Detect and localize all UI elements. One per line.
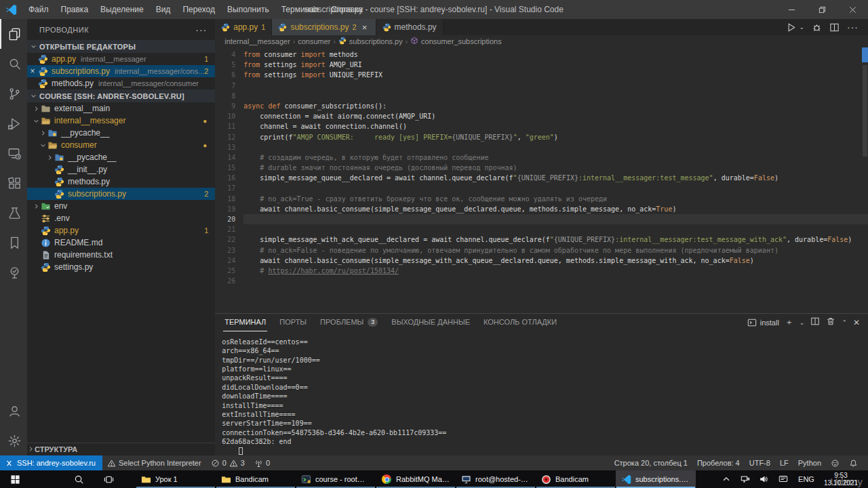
notifications-bell-icon[interactable] bbox=[844, 455, 863, 470]
feedback-icon[interactable] bbox=[826, 455, 844, 470]
tree-item-methods.py[interactable]: methods.py bbox=[27, 176, 215, 188]
terminal-selector[interactable]: install bbox=[747, 318, 779, 327]
activitybar-search[interactable] bbox=[0, 49, 27, 79]
tab-app.py[interactable]: app.py1 bbox=[215, 19, 272, 35]
activitybar-todo-tree[interactable] bbox=[0, 258, 27, 287]
tree-item-subscriptions.py[interactable]: subscriptions.py2 bbox=[27, 188, 215, 200]
panel-tab-ПРОБЛЕМЫ[interactable]: ПРОБЛЕМЫ3 bbox=[319, 314, 379, 331]
tray-message-icon[interactable] bbox=[774, 474, 793, 484]
code-line-14[interactable]: 14 # создадим очередь, в которую будет о… bbox=[215, 152, 868, 163]
panel-tab-ВЫХОДНЫЕ ДАННЫЕ[interactable]: ВЫХОДНЫЕ ДАННЫЕ bbox=[390, 314, 471, 331]
open-editor-item[interactable]: ×subscriptions.pyinternal__messager/cons… bbox=[27, 65, 215, 77]
code-line-22[interactable]: 22 simple_message_with_ack_queue__declar… bbox=[215, 235, 868, 245]
run-python-file-icon[interactable] bbox=[786, 22, 796, 33]
close-editor-icon[interactable]: × bbox=[27, 66, 38, 76]
code-line-9[interactable]: 9async def consumer_subscriptions(): bbox=[215, 101, 868, 111]
activitybar-settings[interactable] bbox=[0, 426, 27, 455]
tray-volume-icon[interactable] bbox=[755, 474, 774, 484]
code-line-5[interactable]: 5from settings import AMQP_URI bbox=[215, 60, 868, 70]
ports-status[interactable]: 0 bbox=[250, 455, 275, 470]
taskbar-app-Bandicam[interactable]: Bandicam bbox=[216, 470, 296, 488]
menu-Выполнить[interactable]: Выполнить bbox=[221, 0, 275, 19]
code-line-16[interactable]: 16 simple_message_queue__declared = awai… bbox=[215, 173, 868, 183]
workspace-header[interactable]: COURSE [SSH: ANDREY-SOBOLEV.RU] bbox=[27, 89, 215, 102]
cursor-position[interactable]: Строка 20, столбец 1 bbox=[610, 455, 692, 470]
code-line-11[interactable]: 11 channel = await connection.channel() bbox=[215, 121, 868, 131]
code-line-20[interactable]: 20 bbox=[215, 214, 868, 224]
menu-Правка[interactable]: Правка bbox=[55, 0, 95, 19]
activitybar-extensions[interactable] bbox=[0, 168, 27, 198]
terminal-output[interactable]: osReleaseId==centos==arch==x86_64==tmpDi… bbox=[215, 331, 868, 455]
panel-tab-ТЕРМИНАЛ[interactable]: ТЕРМИНАЛ bbox=[223, 314, 267, 331]
activitybar-account[interactable] bbox=[0, 396, 27, 426]
close-tab-icon[interactable]: × bbox=[360, 22, 370, 33]
maximize-button[interactable] bbox=[807, 0, 837, 19]
code-line-19[interactable]: 19 await channel.basic_consume(simple_me… bbox=[215, 204, 868, 214]
menu-Вид[interactable]: Вид bbox=[150, 0, 177, 19]
indentation-status[interactable]: Пробелов: 4 bbox=[692, 455, 745, 470]
taskbar-search-icon[interactable] bbox=[64, 470, 94, 488]
tree-item-README.md[interactable]: README.md bbox=[27, 237, 215, 249]
remote-indicator[interactable]: SSH: andrey-sobolev.ru bbox=[0, 455, 102, 470]
split-editor-icon[interactable] bbox=[829, 22, 840, 33]
taskbar-app-Bandicam[interactable]: Bandicam bbox=[536, 470, 616, 488]
code-line-15[interactable]: 15 # durable значит постоянная очередь (… bbox=[215, 163, 868, 173]
tree-item-.env[interactable]: .env bbox=[27, 212, 215, 224]
explorer-more-actions-icon[interactable]: ··· bbox=[195, 24, 207, 35]
tray-chevron-up-icon[interactable] bbox=[717, 474, 736, 484]
split-terminal-icon[interactable] bbox=[810, 317, 820, 328]
taskbar-clock[interactable]: 9:53 13.10.2021 bbox=[820, 472, 865, 487]
tree-item-app.py[interactable]: app.py1 bbox=[27, 224, 215, 237]
tree-item-settings.py[interactable]: settings.py bbox=[27, 261, 215, 273]
menu-Файл[interactable]: Файл bbox=[22, 0, 55, 19]
breadcrumb-internal__messager[interactable]: internal__messager bbox=[224, 37, 290, 45]
maximize-panel-icon[interactable]: ⌃ bbox=[842, 319, 847, 326]
tab-methods.py[interactable]: methods.py bbox=[376, 19, 443, 35]
task-view-icon[interactable] bbox=[94, 470, 123, 488]
terminal-dropdown-icon[interactable]: ⌄ bbox=[800, 319, 805, 326]
taskbar-app-course - root@31.2...[interactable]: course - root@31.2... bbox=[296, 470, 376, 488]
outline-section[interactable]: СТРУКТУРА bbox=[27, 443, 215, 455]
menu-Справка[interactable]: Справка bbox=[325, 0, 369, 19]
taskbar-app-subscriptions.py - c...[interactable]: subscriptions.py - c... bbox=[616, 470, 696, 488]
run-dropdown-icon[interactable]: ⌄ bbox=[799, 24, 804, 30]
code-line-8[interactable]: 8 bbox=[215, 91, 868, 101]
menu-Терминал[interactable]: Терминал bbox=[275, 0, 325, 19]
tree-item-__pycache__[interactable]: __pycache__ bbox=[27, 151, 215, 163]
activitybar-bookmarks[interactable] bbox=[0, 228, 27, 258]
tree-item-internal__messager[interactable]: internal__messager● bbox=[27, 115, 215, 127]
tree-item-requirements.txt[interactable]: requirements.txt bbox=[27, 249, 215, 261]
tree-item-__pycache__[interactable]: __pycache__ bbox=[27, 127, 215, 139]
breadcrumb-consumer[interactable]: consumer bbox=[298, 37, 330, 45]
code-line-18[interactable]: 18 # no_ack=True - сразу ответить брокер… bbox=[215, 194, 868, 204]
eol-status[interactable]: LF bbox=[775, 455, 793, 470]
taskbar-app-RabbitMQ Manage...[interactable]: RabbitMQ Manage... bbox=[376, 470, 456, 488]
debug-icon[interactable] bbox=[812, 22, 822, 33]
code-line-10[interactable]: 10 connection = await aiormq.connect(AMQ… bbox=[215, 111, 868, 121]
code-line-13[interactable]: 13 bbox=[215, 142, 868, 152]
python-interpreter-status[interactable]: Select Python Interpreter bbox=[102, 455, 206, 470]
panel-tab-ПОРТЫ[interactable]: ПОРТЫ bbox=[278, 314, 308, 331]
activitybar-explorer[interactable] bbox=[0, 19, 27, 49]
tab-subscriptions.py[interactable]: subscriptions.py2× bbox=[272, 19, 376, 35]
code-line-26[interactable]: 26 bbox=[215, 276, 868, 286]
encoding-status[interactable]: UTF-8 bbox=[745, 455, 775, 470]
kill-terminal-icon[interactable] bbox=[826, 317, 835, 328]
open-editor-item[interactable]: app.pyinternal__messager1 bbox=[27, 53, 215, 65]
code-line-12[interactable]: 12 cprint(f"AMQP CONSUMER: ready [yes] P… bbox=[215, 132, 868, 142]
code-editor[interactable]: 4from consumer import methods5from setti… bbox=[215, 47, 868, 313]
panel-tab-КОНСОЛЬ ОТЛАДКИ[interactable]: КОНСОЛЬ ОТЛАДКИ bbox=[482, 314, 558, 331]
input-language-indicator[interactable]: ENG bbox=[793, 475, 820, 483]
menu-Выделение[interactable]: Выделение bbox=[94, 0, 150, 19]
open-editor-item[interactable]: methods.pyinternal__messager/consumer bbox=[27, 77, 215, 89]
code-line-23[interactable]: 23 # no_ack=False - поведение по умолчан… bbox=[215, 245, 868, 256]
activitybar-remote-explorer[interactable] bbox=[0, 138, 27, 168]
start-button[interactable] bbox=[0, 470, 30, 488]
code-line-4[interactable]: 4from consumer import methods bbox=[215, 49, 868, 60]
more-actions-icon[interactable]: ··· bbox=[847, 22, 859, 33]
activitybar-source-control[interactable] bbox=[0, 79, 27, 108]
new-terminal-button[interactable]: ＋ bbox=[785, 317, 793, 328]
taskbar-app-root@hosted-by:/v...[interactable]: root@hosted-by:/v... bbox=[456, 470, 536, 488]
code-line-21[interactable]: 21 bbox=[215, 224, 868, 235]
tree-item-external__main[interactable]: external__main bbox=[27, 102, 215, 115]
